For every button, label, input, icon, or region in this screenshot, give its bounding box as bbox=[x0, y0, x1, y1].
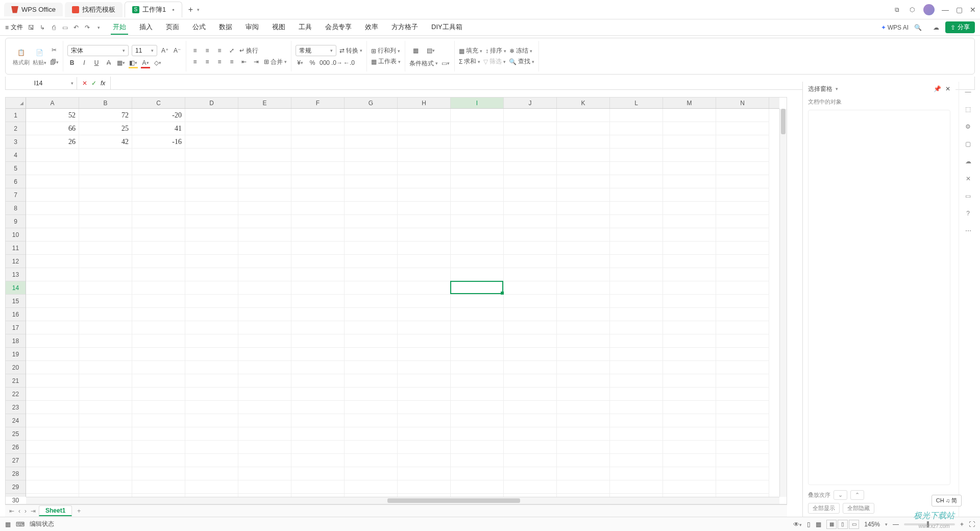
cell-L15[interactable] bbox=[610, 295, 663, 308]
redo-icon[interactable]: ↷ bbox=[83, 23, 91, 32]
row-header-10[interactable]: 10 bbox=[6, 228, 26, 242]
row-header-17[interactable]: 17 bbox=[6, 321, 26, 334]
convert-button[interactable]: ⇄转换▾ bbox=[339, 46, 362, 55]
increase-font-icon[interactable]: A⁺ bbox=[160, 46, 169, 55]
cell-G23[interactable] bbox=[345, 401, 398, 414]
cell-D25[interactable] bbox=[185, 427, 238, 441]
cell-L5[interactable] bbox=[610, 162, 663, 175]
tab-member[interactable]: 会员专享 bbox=[323, 20, 354, 35]
cell-D16[interactable] bbox=[185, 308, 238, 321]
cell-K11[interactable] bbox=[557, 242, 610, 255]
cell-C24[interactable] bbox=[132, 414, 185, 427]
cell-N8[interactable] bbox=[716, 202, 769, 215]
cell-K9[interactable] bbox=[557, 215, 610, 228]
freeze-button[interactable]: ❄冻结▾ bbox=[509, 46, 532, 55]
cell-I12[interactable] bbox=[451, 255, 504, 268]
cell-A23[interactable] bbox=[26, 401, 79, 414]
cell-I11[interactable] bbox=[451, 242, 504, 255]
cell-N18[interactable] bbox=[716, 334, 769, 348]
cell-C17[interactable] bbox=[132, 321, 185, 334]
cell-A29[interactable] bbox=[26, 480, 79, 494]
cell-E7[interactable] bbox=[238, 188, 291, 202]
cell-J4[interactable] bbox=[504, 149, 557, 162]
cell-G28[interactable] bbox=[345, 467, 398, 480]
cell-D20[interactable] bbox=[185, 361, 238, 374]
cell-K20[interactable] bbox=[557, 361, 610, 374]
row-header-22[interactable]: 22 bbox=[6, 388, 26, 401]
cell-I9[interactable] bbox=[451, 215, 504, 228]
cell-D29[interactable] bbox=[185, 480, 238, 494]
cell-M19[interactable] bbox=[663, 348, 716, 361]
cell-N19[interactable] bbox=[716, 348, 769, 361]
clip-tool-icon[interactable]: ▢ bbox=[963, 139, 973, 149]
cell-D26[interactable] bbox=[185, 441, 238, 454]
cell-E2[interactable] bbox=[238, 122, 291, 135]
cell-G3[interactable] bbox=[345, 135, 398, 149]
cell-H16[interactable] bbox=[398, 308, 451, 321]
cell-G24[interactable] bbox=[345, 414, 398, 427]
font-color-icon[interactable]: A▾ bbox=[141, 58, 150, 67]
cell-I2[interactable] bbox=[451, 122, 504, 135]
row-header-28[interactable]: 28 bbox=[6, 467, 26, 480]
cell-M2[interactable] bbox=[663, 122, 716, 135]
cell-G6[interactable] bbox=[345, 175, 398, 188]
italic-icon[interactable]: I bbox=[80, 58, 89, 67]
vscroll-thumb[interactable] bbox=[781, 109, 786, 134]
print-preview-icon[interactable]: ▭ bbox=[61, 23, 69, 32]
cell-N12[interactable] bbox=[716, 255, 769, 268]
cell-C3[interactable]: -16 bbox=[132, 135, 185, 149]
cell-I25[interactable] bbox=[451, 427, 504, 441]
font-size-select[interactable]: 11▾ bbox=[132, 45, 157, 56]
cell-J12[interactable] bbox=[504, 255, 557, 268]
cell-I26[interactable] bbox=[451, 441, 504, 454]
cell-F12[interactable] bbox=[291, 255, 345, 268]
cell-I8[interactable] bbox=[451, 202, 504, 215]
cell-F21[interactable] bbox=[291, 374, 345, 388]
cell-K5[interactable] bbox=[557, 162, 610, 175]
tab-data[interactable]: 数据 bbox=[217, 20, 234, 35]
cell-A17[interactable] bbox=[26, 321, 79, 334]
qat-dropdown-icon[interactable]: ▾ bbox=[94, 23, 103, 32]
cell-H8[interactable] bbox=[398, 202, 451, 215]
cell-C14[interactable] bbox=[132, 281, 185, 295]
cell-J21[interactable] bbox=[504, 374, 557, 388]
cell-C29[interactable] bbox=[132, 480, 185, 494]
sort-button[interactable]: ↕排序▾ bbox=[485, 46, 506, 55]
row-header-13[interactable]: 13 bbox=[6, 268, 26, 281]
row-header-14[interactable]: 14 bbox=[6, 281, 26, 295]
cell-L24[interactable] bbox=[610, 414, 663, 427]
cell-C8[interactable] bbox=[132, 202, 185, 215]
cell-N20[interactable] bbox=[716, 361, 769, 374]
cell-I18[interactable] bbox=[451, 334, 504, 348]
cell-L25[interactable] bbox=[610, 427, 663, 441]
cell-C15[interactable] bbox=[132, 295, 185, 308]
cell-E28[interactable] bbox=[238, 467, 291, 480]
row-header-5[interactable]: 5 bbox=[6, 162, 26, 175]
cell-A20[interactable] bbox=[26, 361, 79, 374]
fullscreen-icon[interactable]: ⛶ bbox=[969, 521, 975, 528]
tab-formula[interactable]: 公式 bbox=[190, 20, 208, 35]
cell-A19[interactable] bbox=[26, 348, 79, 361]
cell-C1[interactable]: -20 bbox=[132, 109, 185, 122]
cell-E17[interactable] bbox=[238, 321, 291, 334]
app-tab-workbook[interactable]: S 工作簿1 • bbox=[125, 2, 182, 17]
row-header-25[interactable]: 25 bbox=[6, 427, 26, 441]
cell-D14[interactable] bbox=[185, 281, 238, 295]
cell-D22[interactable] bbox=[185, 388, 238, 401]
select-tool-icon[interactable]: ⬚ bbox=[963, 104, 973, 114]
cell-I19[interactable] bbox=[451, 348, 504, 361]
cell-G7[interactable] bbox=[345, 188, 398, 202]
sheet-next-icon[interactable]: › bbox=[23, 508, 28, 515]
cell-N9[interactable] bbox=[716, 215, 769, 228]
column-header-N[interactable]: N bbox=[716, 98, 769, 108]
cell-C19[interactable] bbox=[132, 348, 185, 361]
cell-N13[interactable] bbox=[716, 268, 769, 281]
cell-C13[interactable] bbox=[132, 268, 185, 281]
cell-J5[interactable] bbox=[504, 162, 557, 175]
tab-ffgz[interactable]: 方方格子 bbox=[389, 20, 420, 35]
minimize-button[interactable]: — bbox=[942, 6, 949, 14]
cell-D19[interactable] bbox=[185, 348, 238, 361]
align-bottom-icon[interactable]: ≡ bbox=[215, 46, 224, 55]
cell-B1[interactable]: 72 bbox=[79, 109, 132, 122]
keyboard-icon[interactable]: ⌨ bbox=[16, 521, 24, 528]
